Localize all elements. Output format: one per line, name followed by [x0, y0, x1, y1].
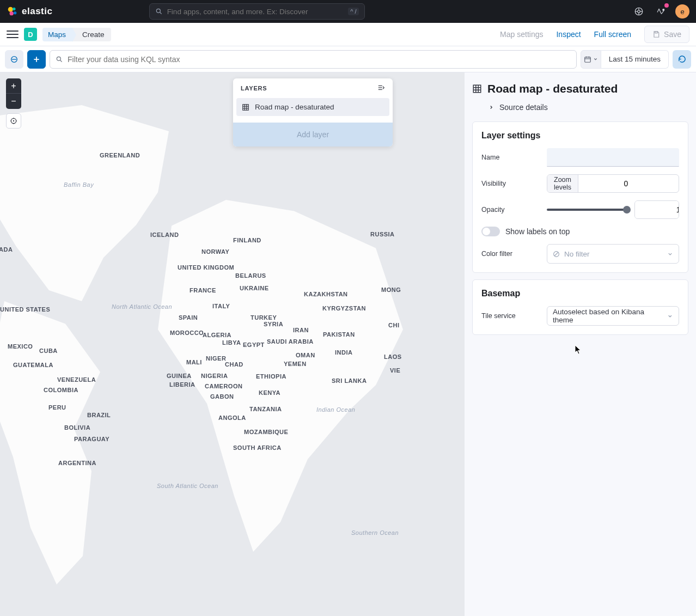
show-labels-label: Show labels on top [505, 227, 570, 236]
inspect-link[interactable]: Inspect [556, 30, 581, 39]
chevron-right-icon [489, 105, 494, 110]
zoom-out-button[interactable]: − [6, 94, 21, 109]
app-navbar: D Maps Create Map settings Inspect Full … [0, 23, 696, 46]
nav-toggle-icon[interactable] [7, 28, 19, 40]
source-details-toggle[interactable]: Source details [472, 101, 688, 121]
add-layer-button: Add layer [233, 123, 393, 147]
map-label: ARGENTINA [58, 460, 96, 467]
add-filter-button[interactable] [27, 50, 46, 69]
breadcrumb-app[interactable]: Maps [42, 28, 72, 41]
full-screen-link[interactable]: Full screen [594, 30, 631, 39]
kql-input[interactable] [68, 55, 571, 64]
map-label: ETHIOPIA [256, 373, 286, 380]
map-label: NIGERIA [201, 373, 228, 380]
collapse-icon[interactable] [377, 84, 385, 93]
elastic-logo[interactable]: elastic [7, 5, 52, 17]
map-label: PAKISTAN [323, 331, 355, 338]
flyout-title: Road map - desaturated [487, 82, 618, 95]
map-label: GREENLAND [100, 152, 140, 159]
search-shortcut: ^ / [348, 8, 358, 15]
chevron-down-icon [667, 313, 673, 319]
map-label: Baffin Bay [64, 181, 94, 188]
map-label: MEXICO [8, 343, 33, 350]
svg-point-25 [13, 120, 14, 121]
save-button: Save [644, 26, 689, 43]
svg-point-1 [13, 8, 16, 11]
no-filter-icon [553, 251, 560, 258]
world-basemap: GREENLAND Baffin Bay ADA ICELAND NORWAY … [0, 72, 465, 616]
save-button-label: Save [664, 30, 681, 39]
user-avatar[interactable]: e [675, 4, 689, 19]
layer-item[interactable]: Road map - desaturated [236, 98, 389, 116]
map-label: KAZAKHSTAN [304, 291, 348, 298]
notification-dot [664, 3, 669, 8]
svg-rect-33 [243, 104, 249, 110]
zoom-min-input[interactable] [578, 175, 674, 192]
zoom-levels-label: Zoom levels [547, 175, 578, 192]
calendar-icon[interactable] [581, 50, 601, 69]
map-label: RUSSIA [370, 231, 395, 238]
query-input-wrapper[interactable] [50, 50, 577, 69]
tile-service-select[interactable]: Autoselect based on Kibana theme [547, 306, 679, 326]
global-search[interactable]: ^ / [149, 3, 365, 20]
help-icon[interactable] [632, 4, 646, 19]
zoom-controls: + − [6, 78, 21, 129]
arrow-right-icon: → [674, 179, 679, 188]
map-label: OMAN [296, 352, 315, 359]
map-label: CUBA [39, 347, 58, 355]
map-label: TANZANIA [249, 406, 282, 413]
opacity-value-group: % [634, 200, 679, 219]
map-label: GABON [210, 393, 234, 400]
map-canvas[interactable]: GREENLAND Baffin Bay ADA ICELAND NORWAY … [0, 72, 465, 616]
map-label: MOZAMBIQUE [244, 429, 288, 436]
map-label: NIGER [206, 355, 226, 362]
newsfeed-icon[interactable] [654, 4, 668, 19]
visibility-label: Visibility [481, 180, 541, 187]
global-search-input[interactable] [167, 8, 344, 16]
map-settings-link[interactable]: Map settings [500, 30, 543, 39]
layers-panel-header: LAYERS [233, 78, 393, 98]
refresh-button[interactable] [673, 50, 691, 69]
map-label: CHI [388, 322, 399, 329]
basemap-card: Basemap Tile service Autoselect based on… [472, 279, 688, 335]
map-label: BELARUS [235, 272, 266, 279]
show-labels-toggle[interactable] [481, 227, 500, 236]
map-label: BOLIVIA [64, 424, 90, 431]
chevron-down-icon [593, 57, 598, 62]
map-label: IRAN [293, 327, 309, 334]
map-label: UNITED KINGDOM [178, 264, 234, 271]
elastic-logo-icon [7, 5, 19, 17]
zoom-in-button[interactable]: + [6, 78, 21, 94]
svg-point-0 [8, 7, 13, 12]
map-label: INDIA [335, 349, 352, 356]
map-label: PARAGUAY [74, 436, 109, 443]
space-badge[interactable]: D [24, 28, 37, 41]
query-bar: Last 15 minutes [0, 46, 696, 72]
svg-point-2 [10, 11, 14, 15]
color-filter-select[interactable]: No filter [547, 244, 679, 264]
map-label: VENEZUELA [57, 376, 96, 383]
map-label: FINLAND [233, 237, 261, 244]
elastic-wordmark: elastic [22, 6, 52, 17]
time-range-label[interactable]: Last 15 minutes [601, 50, 669, 69]
layers-panel: LAYERS Road map - desaturated Add layer [233, 78, 393, 147]
opacity-input[interactable] [635, 201, 679, 218]
map-label: MONG [381, 286, 401, 294]
show-labels-row: Show labels on top [481, 227, 679, 236]
grid-icon [242, 103, 249, 111]
map-label: GUINEA [167, 373, 192, 380]
map-label: KYRGYZSTAN [322, 305, 366, 312]
name-label: Name [481, 154, 541, 161]
zoom-levels-group: Zoom levels → [547, 174, 679, 193]
filter-menu-button[interactable] [5, 50, 23, 69]
opacity-slider[interactable] [547, 209, 629, 211]
svg-rect-13 [655, 32, 658, 33]
map-label: ICELAND [150, 231, 179, 239]
time-picker[interactable]: Last 15 minutes [581, 50, 669, 69]
map-label: LIBYA [222, 339, 241, 346]
save-icon [652, 31, 660, 38]
fit-to-data-button[interactable] [6, 113, 21, 129]
chevron-down-icon [667, 251, 673, 257]
layer-name-input[interactable] [547, 148, 679, 167]
slider-thumb[interactable] [623, 206, 631, 214]
